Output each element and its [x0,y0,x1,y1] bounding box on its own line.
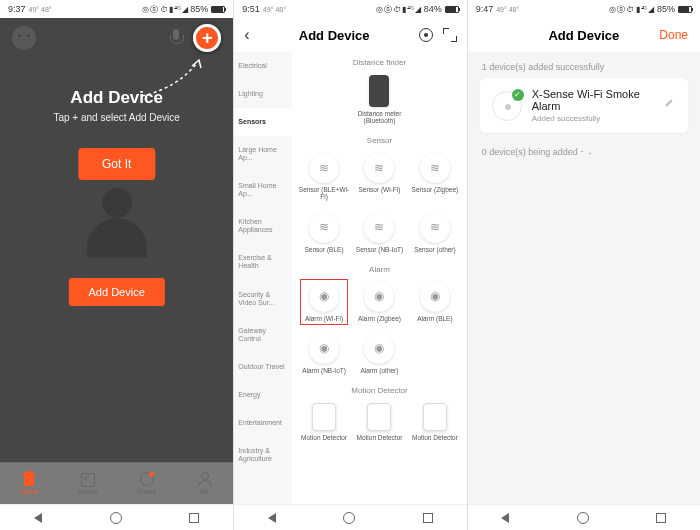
device-cell[interactable]: Distance meter (Bluetooth) [353,75,405,124]
device-cell[interactable]: ◉Alarm (NB-IoT) [298,334,350,374]
tab-scene[interactable]: Scene [58,463,116,504]
status-temp: 49° 48° [496,6,519,13]
category-item[interactable]: Sensors [234,108,292,136]
tab-smart[interactable]: Smart [117,463,175,504]
battery-pct: 85% [190,4,208,14]
device-cell[interactable]: ≋Sensor (NB-IoT) [353,213,405,253]
avatar-icon [12,26,36,50]
device-cell[interactable]: ◉Alarm (BLE) [409,282,461,322]
status-bar: 9:51 49° 48° ◎ ⓢ ⏱ ▮ ⁴ᴳ ◢ 84% [234,0,466,18]
nav-home-icon[interactable] [110,512,122,524]
me-icon [196,472,212,486]
category-item[interactable]: Gateway Control [234,317,292,353]
device-name: X-Sense Wi-Fi Smoke Alarm [532,88,652,112]
category-item[interactable]: Electrical [234,52,292,80]
device-cell[interactable]: ◉Alarm (other) [353,334,405,374]
nav-back-icon[interactable] [34,513,42,523]
section-header: Distance finder [296,52,462,69]
alarm-icon: ◉ [364,334,394,364]
status-bar: 9:47 49° 48° ◎ ⓢ ⏱ ▮ ⁴ᴳ ◢ 85% [468,0,700,18]
status-time: 9:47 [476,4,494,14]
battery-icon [445,6,459,13]
bottom-tab-bar: Home Scene Smart Me [0,462,233,504]
device-cell-alarm-wifi[interactable]: ◉Alarm (Wi-Fi) [298,282,350,322]
device-cell[interactable]: Motion Detector [353,403,405,441]
sensor-icon: ≋ [420,153,450,183]
done-button[interactable]: Done [659,28,688,42]
battery-icon [678,6,692,13]
alarm-icon: ◉ [364,282,394,312]
add-device-button[interactable]: Add Device [69,278,165,306]
section-header: Alarm [296,259,462,276]
category-item[interactable]: Large Home Ap... [234,136,292,172]
android-nav-bar [234,504,466,530]
device-grid[interactable]: Distance finder Distance meter (Bluetoot… [292,52,466,504]
checkmark-icon: ✓ [512,89,524,101]
device-cell[interactable]: Motion Detector [298,403,350,441]
smoke-alarm-icon: ✓ [492,91,522,121]
section-header: Sensor [296,130,462,147]
device-cell[interactable]: Motion Detector [409,403,461,441]
page-header: ‹ Add Device [234,18,466,52]
category-item[interactable]: Lighting [234,80,292,108]
tutorial-title: Add Device [0,88,233,108]
status-time: 9:51 [242,4,260,14]
nav-back-icon[interactable] [501,513,509,523]
tab-home[interactable]: Home [0,463,58,504]
success-count-label: 1 device(s) added successfully [468,52,700,78]
device-cell[interactable]: ≋Sensor (Wi-Fi) [353,153,405,200]
home-icon [21,472,37,486]
category-item[interactable]: Kitchen Appliances [234,208,292,244]
battery-icon [211,6,225,13]
edit-icon[interactable] [662,99,676,113]
sensor-icon: ≋ [309,153,339,183]
category-item[interactable]: Small Home Ap... [234,172,292,208]
nav-recent-icon[interactable] [423,513,433,523]
nav-recent-icon[interactable] [189,513,199,523]
back-button[interactable]: ‹ [244,26,249,44]
category-item[interactable]: Exercise & Health [234,244,292,280]
sensor-icon: ≋ [420,213,450,243]
device-cell[interactable]: ≋Sensor (BLE+Wi-Fi) [298,153,350,200]
add-button[interactable]: + [193,24,221,52]
device-cell[interactable]: ≋Sensor (Zigbee) [409,153,461,200]
android-nav-bar [468,504,700,530]
status-time: 9:37 [8,4,26,14]
device-cell[interactable]: ≋Sensor (other) [409,213,461,253]
tab-me[interactable]: Me [175,463,233,504]
motion-detector-icon [367,403,391,431]
got-it-button[interactable]: Got It [78,148,155,180]
category-sidebar: Electrical Lighting Sensors Large Home A… [234,52,292,504]
device-cell[interactable]: ≋Sensor (BLE) [298,213,350,253]
category-item[interactable]: Entertainment [234,409,292,437]
adding-count-label: 0 device(s) being added ⠂⠄ [468,133,700,157]
category-item[interactable]: Energy [234,381,292,409]
android-nav-bar [0,504,233,530]
battery-pct: 84% [424,4,442,14]
scene-icon [79,472,95,486]
category-item[interactable]: Outdoor Travel [234,353,292,381]
category-item[interactable]: Industry & Agriculture [234,437,292,473]
status-bar: 9:37 49° 48° ◎ ⓢ ⏱ ▮ ⁴ᴳ ◢ 85% [0,0,233,18]
nav-recent-icon[interactable] [656,513,666,523]
no-device-illustration [72,188,162,258]
sensor-icon: ≋ [364,213,394,243]
motion-detector-icon [423,403,447,431]
section-header: Motion Detector [296,380,462,397]
nav-home-icon[interactable] [577,512,589,524]
battery-pct: 85% [657,4,675,14]
category-item[interactable]: Security & Video Sur... [234,281,292,317]
auto-scan-button[interactable] [419,28,433,42]
alarm-icon: ◉ [420,282,450,312]
nav-back-icon[interactable] [268,513,276,523]
device-card: ✓ X-Sense Wi-Fi Smoke Alarm Added succes… [480,78,688,133]
tutorial-subtitle: Tap + and select Add Device [0,112,233,123]
status-icons: ◎ ⓢ ⏱ ▮ ⁴ᴳ ◢ [609,4,654,15]
device-status: Added successfully [532,114,652,123]
status-icons: ◎ ⓢ ⏱ ▮ ⁴ᴳ ◢ [376,4,421,15]
qr-scan-button[interactable] [443,28,457,42]
nav-home-icon[interactable] [343,512,355,524]
device-cell[interactable]: ◉Alarm (Zigbee) [353,282,405,322]
status-temp: 49° 48° [29,6,52,13]
page-title: Add Device [299,28,370,43]
